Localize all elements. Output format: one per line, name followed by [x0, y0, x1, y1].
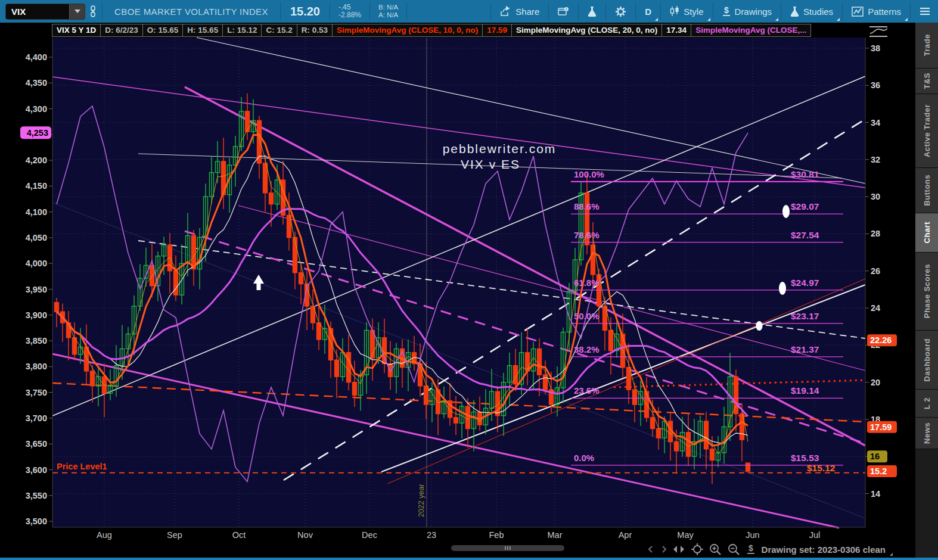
svg-text:26: 26: [871, 266, 880, 276]
price-scale-icon[interactable]: $: [746, 543, 756, 555]
svg-text:23: 23: [427, 530, 436, 540]
svg-text:Jun: Jun: [746, 530, 759, 540]
crosshair-icon[interactable]: [691, 543, 703, 555]
right-axis: 3836343230282624222018161422.2617.591615…: [865, 43, 897, 499]
sidebar-tab-l-2[interactable]: L 2: [915, 390, 938, 418]
svg-text:4,400: 4,400: [26, 52, 47, 62]
svg-text:4,100: 4,100: [26, 207, 47, 217]
svg-text:$: $: [748, 543, 753, 553]
fit-width-icon[interactable]: [672, 545, 685, 553]
symbol-value: VIX: [6, 7, 69, 17]
svg-text:Oct: Oct: [232, 530, 246, 540]
sidebar-tab-phase-scores[interactable]: Phase Scores: [915, 253, 938, 331]
fib-price-label: $15.53: [791, 453, 819, 463]
svg-text:Sep: Sep: [167, 530, 182, 540]
svg-text:3,500: 3,500: [26, 517, 47, 526]
sidebar-tab-t-s[interactable]: T&S: [915, 69, 938, 94]
chart-header-cell[interactable]: 17.59: [483, 24, 512, 37]
chart-header-cell[interactable]: SimpleMovingAvg (CLOSE, 20, 0, no): [512, 24, 662, 37]
price-level-value: $15.12: [807, 463, 835, 473]
button-label: Drawings: [735, 7, 772, 17]
trading-app: VIX CBOE MARKET VOLATILITY INDEX 15.20 -…: [0, 0, 938, 560]
sidebar-tab-label: Buttons: [923, 175, 931, 206]
sidebar-tab-label: Trade: [923, 34, 931, 56]
collapse-studies-icon[interactable]: [868, 25, 890, 38]
sidebar-tab-chart[interactable]: Chart: [915, 213, 938, 253]
chart-header-cell[interactable]: O: 15.65: [143, 24, 184, 37]
time-scrollbar[interactable]: [451, 545, 564, 551]
svg-text:3,850: 3,850: [26, 336, 47, 346]
sidebar-tab-label: Dashboard: [923, 338, 931, 381]
left-axis: 4,4004,3504,3004,2504,2004,1504,1004,050…: [20, 52, 52, 526]
svg-text:Apr: Apr: [619, 530, 632, 540]
vix-axis-badge: 16: [870, 452, 880, 461]
patterns-button[interactable]: Patterns: [844, 0, 909, 23]
symbol-dropdown-button[interactable]: [69, 4, 85, 19]
share-button[interactable]: Share: [492, 0, 547, 23]
sidebar-tab-news[interactable]: News: [915, 418, 938, 449]
menu-button[interactable]: [912, 0, 938, 23]
svg-text:Aug: Aug: [97, 530, 112, 540]
svg-text:4,200: 4,200: [26, 155, 47, 165]
pan-left-right-icons[interactable]: [648, 545, 666, 553]
right-sidebar: TradeT&SActive TraderButtonsChartPhase S…: [915, 23, 938, 558]
es-last-badge: 4,253: [27, 128, 48, 138]
chart-header-cell[interactable]: L: 15.12: [223, 24, 262, 37]
price-chart[interactable]: 2022 year100.0%$30.8188.6%$29.0778.6%$27…: [0, 0, 938, 560]
menu-icon: [920, 7, 930, 15]
top-toolbar: VIX CBOE MARKET VOLATILITY INDEX 15.20 -…: [0, 0, 938, 23]
instrument-name: CBOE MARKET VOLATILITY INDEX: [104, 7, 279, 17]
chart-header-cell[interactable]: SimpleMovingAvg (CLOSE,...: [691, 24, 811, 37]
sidebar-tab-label: L 2: [923, 397, 931, 409]
chart-header-cell[interactable]: D: 6/2/23: [101, 24, 143, 37]
vix-axis-badge: 17.59: [870, 422, 892, 432]
timeframe-button[interactable]: D: [637, 0, 659, 23]
zoom-in-icon[interactable]: [709, 543, 722, 556]
zoom-out-icon[interactable]: [728, 543, 740, 556]
drawings-button[interactable]: $Drawings: [715, 0, 780, 23]
chart-header-cell[interactable]: VIX 5 Y 1D: [52, 24, 101, 37]
sidebar-tab-dashboard[interactable]: Dashboard: [915, 331, 938, 390]
svg-text:Dec: Dec: [362, 530, 377, 540]
symbol-input[interactable]: VIX: [5, 4, 85, 20]
settings-button[interactable]: [607, 0, 634, 23]
drawing-set-selector[interactable]: Drawing set: 2023-0306 clean: [762, 545, 893, 555]
svg-text:3,700: 3,700: [26, 413, 47, 423]
svg-text:14: 14: [871, 489, 880, 499]
scrollbar-grip[interactable]: [502, 546, 513, 550]
chart-header-cell[interactable]: 17.34: [662, 24, 691, 37]
flask-button[interactable]: [580, 0, 604, 23]
svg-text:34: 34: [871, 118, 880, 127]
link-icon[interactable]: [85, 0, 101, 23]
sidebar-tab-buttons[interactable]: Buttons: [915, 168, 938, 213]
svg-text:4,050: 4,050: [26, 233, 47, 242]
chart-header-cell[interactable]: H: 15.65: [183, 24, 223, 37]
candles-icon: [670, 6, 679, 17]
sidebar-tab-label: Chart: [923, 222, 931, 243]
chart-header-cell[interactable]: SimpleMovingAvg (CLOSE, 10, 0, no): [333, 24, 483, 37]
svg-text:pebblewriter.com: pebblewriter.com: [443, 142, 557, 155]
toolbar-buttons: ShareDStyle$DrawingsStudiesPatterns: [489, 0, 938, 23]
svg-text:38: 38: [871, 43, 880, 53]
fib-pct-label: 50.0%: [574, 311, 600, 321]
svg-text:4,000: 4,000: [26, 259, 47, 268]
dollar-icon: $: [722, 6, 731, 17]
studies-button[interactable]: Studies: [782, 0, 841, 23]
chart-header-cell[interactable]: C: 15.2: [262, 24, 297, 37]
fib-pct-label: 61.8%: [574, 278, 600, 288]
chart-header-cell[interactable]: R: 0.53: [297, 24, 333, 37]
button-label: Patterns: [868, 7, 901, 17]
style-button[interactable]: Style: [662, 0, 711, 23]
svg-text:30: 30: [871, 192, 880, 201]
bottom-bar: $ Drawing set: 2023-0306 clean: [0, 541, 911, 558]
sidebar-tab-trade[interactable]: Trade: [915, 23, 938, 69]
svg-text:Nov: Nov: [297, 530, 313, 540]
svg-text:4,350: 4,350: [26, 78, 47, 88]
year-divider-label: 2022 year: [417, 484, 425, 517]
pattern-icon: [852, 7, 864, 17]
notes-button[interactable]: [550, 0, 577, 23]
fib-pct-label: 78.6%: [574, 230, 600, 240]
sidebar-tab-active-trader[interactable]: Active Trader: [915, 94, 938, 168]
svg-text:3,800: 3,800: [26, 362, 47, 371]
fib-price-label: $19.14: [791, 385, 819, 396]
